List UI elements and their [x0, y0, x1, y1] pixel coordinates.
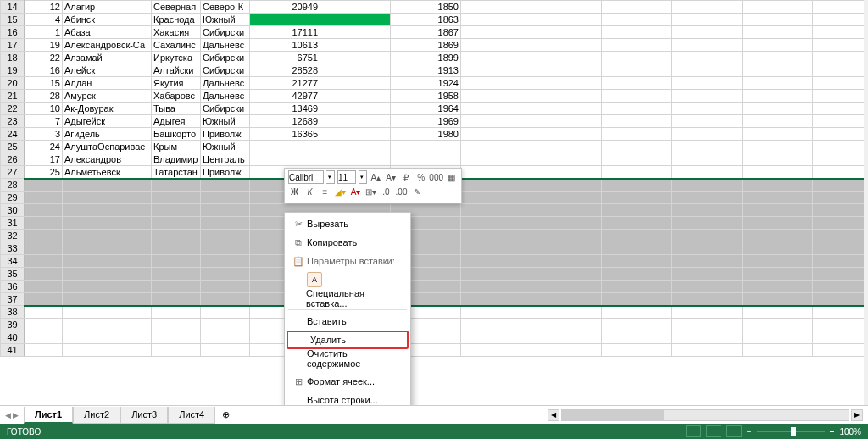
cell[interactable]	[743, 268, 813, 281]
cell[interactable]	[602, 331, 672, 344]
cell[interactable]: 1924	[391, 77, 461, 90]
cell[interactable]	[63, 192, 152, 204]
cell[interactable]	[743, 293, 813, 306]
view-page-break-icon[interactable]	[726, 425, 742, 437]
hscroll-right[interactable]: ▶	[851, 409, 863, 421]
cell[interactable]	[461, 39, 531, 52]
cell[interactable]: 4	[25, 14, 63, 26]
cell[interactable]	[813, 14, 869, 26]
cell[interactable]	[461, 268, 531, 281]
cell[interactable]	[602, 153, 672, 166]
cell[interactable]	[320, 141, 391, 153]
cell[interactable]	[152, 255, 201, 268]
cell[interactable]	[743, 90, 813, 103]
cell[interactable]	[152, 217, 201, 230]
row-header[interactable]: 25	[1, 141, 25, 153]
cell[interactable]	[531, 77, 602, 90]
cell[interactable]	[743, 141, 813, 153]
cell[interactable]	[461, 217, 531, 230]
cell[interactable]	[813, 64, 869, 77]
cell[interactable]	[63, 179, 152, 192]
row-header[interactable]: 28	[1, 179, 25, 192]
cell[interactable]	[63, 319, 152, 331]
sheet-tab[interactable]: Лист1	[24, 407, 73, 424]
cell[interactable]	[813, 331, 869, 344]
cell[interactable]	[531, 192, 602, 204]
cell[interactable]	[201, 319, 250, 331]
cell[interactable]: 1958	[391, 90, 461, 103]
cell[interactable]	[201, 344, 250, 357]
cell[interactable]	[531, 319, 602, 331]
cell[interactable]	[672, 115, 743, 128]
cell[interactable]	[25, 306, 63, 319]
cell[interactable]	[63, 255, 152, 268]
cell[interactable]	[672, 192, 743, 204]
cell[interactable]	[672, 128, 743, 141]
cell[interactable]	[250, 141, 320, 153]
row-header[interactable]: 30	[1, 204, 25, 217]
cell[interactable]: Якутия	[152, 77, 201, 90]
ctx-clear[interactable]: Очистить содержимое	[285, 349, 410, 368]
cell[interactable]: Сибирски	[201, 64, 250, 77]
add-sheet-button[interactable]: ⊕	[215, 407, 236, 423]
row-header[interactable]: 32	[1, 230, 25, 242]
cell[interactable]: 1850	[391, 1, 461, 14]
cell[interactable]	[152, 204, 201, 217]
cell[interactable]	[672, 64, 743, 77]
cell[interactable]	[602, 128, 672, 141]
decrease-decimal-icon[interactable]: .00	[395, 186, 408, 198]
cell[interactable]	[813, 217, 869, 230]
cell[interactable]	[813, 39, 869, 52]
cell[interactable]	[201, 268, 250, 281]
cell[interactable]: 19	[25, 39, 63, 52]
cell[interactable]: Приволж	[201, 128, 250, 141]
cell[interactable]	[250, 153, 320, 166]
cell[interactable]	[813, 306, 869, 319]
row-header[interactable]: 22	[1, 103, 25, 115]
cell[interactable]	[743, 179, 813, 192]
cell[interactable]: Северная	[152, 1, 201, 14]
cell[interactable]	[461, 319, 531, 331]
cell[interactable]	[152, 293, 201, 306]
cell[interactable]	[743, 1, 813, 14]
cell[interactable]	[743, 64, 813, 77]
cell[interactable]: 15	[25, 77, 63, 90]
cell[interactable]: 1964	[391, 103, 461, 115]
cell[interactable]	[25, 268, 63, 281]
cell[interactable]	[320, 39, 391, 52]
cell[interactable]	[672, 52, 743, 64]
cell[interactable]	[672, 319, 743, 331]
cell[interactable]: 10	[25, 103, 63, 115]
cell[interactable]: 1899	[391, 52, 461, 64]
cell[interactable]	[320, 1, 391, 14]
cell[interactable]	[672, 293, 743, 306]
cell[interactable]	[320, 128, 391, 141]
cell[interactable]	[672, 255, 743, 268]
borders-icon[interactable]: ▦	[445, 171, 458, 184]
cell[interactable]	[602, 306, 672, 319]
cell[interactable]	[152, 306, 201, 319]
cell[interactable]	[602, 1, 672, 14]
cell[interactable]	[531, 39, 602, 52]
cell[interactable]: 3	[25, 128, 63, 141]
cell[interactable]	[63, 204, 152, 217]
cell[interactable]	[602, 255, 672, 268]
cell[interactable]	[25, 230, 63, 242]
cell[interactable]	[813, 26, 869, 39]
cell[interactable]	[25, 281, 63, 293]
cell[interactable]	[201, 255, 250, 268]
cell[interactable]: Абаза	[63, 26, 152, 39]
ctx-format-cells[interactable]: ⊞Формат ячеек...	[285, 372, 410, 391]
cell[interactable]: 28	[25, 90, 63, 103]
cell[interactable]	[602, 141, 672, 153]
row-header[interactable]: 41	[1, 344, 25, 357]
cell[interactable]	[813, 52, 869, 64]
cell[interactable]	[602, 26, 672, 39]
cell[interactable]: Башкорто	[152, 128, 201, 141]
cell[interactable]	[813, 204, 869, 217]
cell[interactable]	[672, 217, 743, 230]
ctx-insert[interactable]: Вставить	[285, 312, 410, 331]
cell[interactable]	[743, 39, 813, 52]
cell[interactable]: Альметьевск	[63, 166, 152, 179]
cell[interactable]: 12689	[250, 115, 320, 128]
